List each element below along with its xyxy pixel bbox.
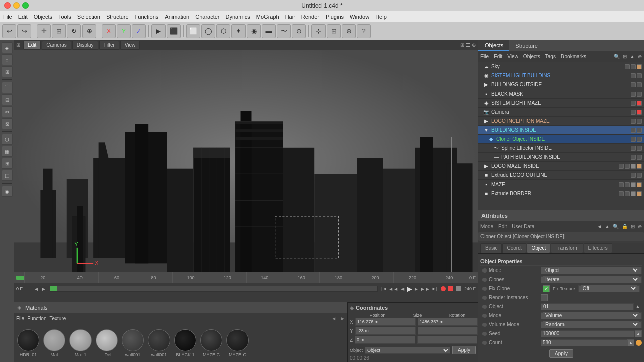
attr-tab-effectors[interactable]: Effectors (584, 243, 612, 253)
mat-scroll-right[interactable]: ► (340, 316, 345, 321)
lt-poly[interactable]: ⬡ (2, 134, 13, 145)
mat-texture[interactable]: Texture (49, 316, 66, 321)
undo-button[interactable]: ↩ (2, 24, 16, 38)
lt-uv[interactable]: ◫ (2, 170, 13, 181)
transport-play-back[interactable]: ◄ (400, 286, 405, 292)
axis-btn[interactable]: ⊕ (342, 24, 356, 38)
yaxis-tool[interactable]: Y (117, 24, 131, 38)
lt-scale[interactable]: ⊞ (2, 66, 13, 77)
attr-mode2-value[interactable]: Volume (541, 312, 642, 319)
transport-next[interactable]: ►► (420, 286, 430, 292)
material-mazec1[interactable]: MAZE C (200, 329, 222, 357)
attr-tab-basic[interactable]: Basic (480, 243, 502, 253)
attr-fixtexture-value[interactable]: Off (578, 285, 640, 292)
obj-buildings-inside[interactable]: ▼ BUILDINGS INSIDE (478, 126, 644, 135)
render-btn[interactable]: ▶ (151, 24, 166, 38)
menu-functions[interactable]: Functions (135, 14, 159, 20)
menu-hair[interactable]: Hair (285, 14, 295, 20)
grid-btn[interactable]: ⊞ (327, 24, 341, 38)
obj-tb-bookmarks[interactable]: Bookmarks (561, 54, 586, 59)
attrs-lock[interactable]: 🔒 (622, 224, 628, 229)
attrs-apply-button[interactable]: Apply (549, 349, 573, 358)
coord-size-z[interactable] (417, 336, 477, 344)
menu-file[interactable]: File (3, 14, 12, 20)
obj-camera[interactable]: 📷 Camera (478, 108, 644, 117)
menu-help[interactable]: Help (375, 14, 387, 20)
obj-tb-btn2[interactable]: ▲ (630, 54, 635, 59)
attrs-tb-mode[interactable]: Mode (480, 224, 493, 229)
attrs-tb-btn[interactable]: ⊞ (631, 224, 635, 229)
menu-window[interactable]: Window (350, 14, 369, 20)
play-mode-button[interactable] (456, 286, 461, 291)
obj-black-mask[interactable]: ▪ BLACK MASK (478, 89, 644, 99)
obj-tb-tags[interactable]: Tags (545, 54, 556, 59)
apply-button[interactable]: Apply (452, 346, 476, 354)
mat-file[interactable]: File (16, 316, 24, 321)
obj-buildings-outside[interactable]: ▶ BUILDINGS OUTSIDE (478, 80, 644, 89)
obj-extrude-logo[interactable]: ■ Extrude LOGO OUTLINE (478, 171, 644, 180)
vp-tab-edit[interactable]: Edit (23, 41, 41, 50)
tab-objects[interactable]: Objects (478, 40, 509, 51)
obj-sky[interactable]: ☁ Sky (478, 62, 644, 71)
attr-clones-select[interactable]: Iterate (543, 276, 639, 283)
tab-structure[interactable]: Structure (509, 40, 544, 51)
attr-fixclone-check[interactable]: ✓ (543, 285, 550, 292)
attr-count-inc[interactable]: ▲ (627, 339, 634, 346)
menu-plugins[interactable]: Plugins (326, 14, 344, 20)
material-def[interactable]: _Def (96, 329, 118, 357)
menu-mograph[interactable]: MoGraph (256, 14, 279, 20)
material-hdri01[interactable]: HDRI 01 (17, 329, 39, 357)
attr-fixtexture-select[interactable]: Off (581, 285, 637, 292)
transport-play[interactable]: ▶ (407, 285, 412, 293)
menu-structure[interactable]: Structure (106, 14, 129, 20)
vp-tab-display[interactable]: Display (72, 41, 98, 50)
menu-selection[interactable]: Selection (77, 14, 100, 20)
coord-object-select[interactable]: Object (365, 347, 450, 354)
material-mat1[interactable]: Mat.1 (69, 329, 92, 357)
lt-material[interactable]: ◉ (2, 186, 13, 197)
redo-button[interactable]: ↪ (17, 24, 31, 38)
coord-pos-z[interactable] (355, 336, 415, 344)
camera-btn[interactable]: ◉ (247, 24, 261, 38)
material-wall001b[interactable]: wall001 (148, 329, 170, 357)
attr-count-input[interactable] (541, 339, 627, 346)
record-key-button[interactable] (448, 286, 453, 291)
material-mazec2[interactable]: MAZE C (226, 329, 249, 357)
close-button[interactable] (4, 2, 11, 9)
material-black1[interactable]: BLACK 1 (174, 329, 196, 357)
maximize-button[interactable] (22, 2, 29, 9)
snap-btn[interactable]: ⊹ (311, 24, 326, 38)
spline-btn[interactable]: 〜 (277, 24, 291, 38)
question-btn[interactable]: ? (357, 24, 371, 38)
vp-tab-cameras[interactable]: Cameras (42, 41, 71, 50)
lt-point[interactable]: ⊞ (2, 158, 13, 169)
cylinder-btn[interactable]: ⬡ (216, 24, 230, 38)
menu-tools[interactable]: Tools (58, 14, 71, 20)
select-tool[interactable]: ⊕ (82, 24, 96, 38)
coord-pos-y[interactable] (355, 327, 416, 335)
sphere-btn[interactable]: ◯ (201, 24, 215, 38)
obj-logo-inception[interactable]: ▶ LOGO INCEPTION MAZE (478, 117, 644, 126)
attr-tab-transform[interactable]: Transform (551, 243, 583, 253)
timeline-scrub-bar[interactable] (50, 286, 378, 292)
frame-stepper-down[interactable]: ◄ (34, 286, 39, 292)
menu-animation[interactable]: Animation (165, 14, 189, 20)
vp-tab-view[interactable]: View (120, 41, 140, 50)
transport-end[interactable]: ►| (432, 286, 437, 291)
attrs-search[interactable]: 🔍 (613, 224, 619, 229)
obj-path-buildings[interactable]: — PATH BUILDINGS INSIDE (478, 153, 644, 162)
obj-spline-effector[interactable]: 〜 Spline Effector INSIDE (478, 144, 644, 153)
attr-mode-select[interactable]: Object (543, 267, 639, 274)
obj-tb-objects[interactable]: Objects (523, 54, 540, 59)
scale-tool[interactable]: ⊞ (52, 24, 66, 38)
lt-bend[interactable]: ⌒ (2, 82, 13, 93)
lt-edge[interactable]: ▦ (2, 146, 13, 157)
vp-tab-filter[interactable]: Filter (99, 41, 119, 50)
attr-object-value[interactable]: 01 (541, 303, 634, 310)
obj-cloner-inside[interactable]: ◆ Cloner Object INSIDE (478, 135, 644, 144)
record-button[interactable] (441, 286, 446, 291)
more-btn[interactable]: ⊙ (292, 24, 306, 38)
lt-knife[interactable]: ✂ (2, 106, 13, 117)
attr-seed-input[interactable] (541, 330, 635, 337)
obj-tb-view[interactable]: View (507, 54, 518, 59)
